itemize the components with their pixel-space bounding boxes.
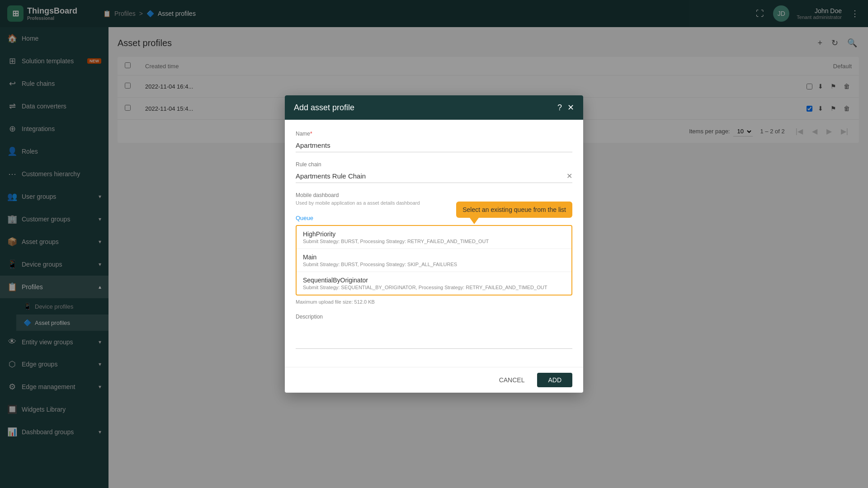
tooltip-arrow: [470, 218, 479, 224]
add-button[interactable]: Add: [537, 373, 572, 387]
tooltip-text: Select an existing queue from the list: [462, 206, 566, 213]
dialog-help-button[interactable]: ?: [557, 103, 562, 113]
rule-chain-field: Rule chain ✕: [296, 161, 572, 183]
name-field: Name*: [296, 131, 572, 152]
queue-field: Queue Select an existing queue from the …: [296, 215, 572, 305]
dialog-body: Name* Rule chain ✕ Mobile dashboard Used…: [285, 120, 583, 367]
description-textarea[interactable]: [296, 322, 572, 349]
add-asset-profile-dialog: Add asset profile ? ✕ Name* Rule chain ✕: [285, 95, 583, 393]
dialog-overlay[interactable]: Add asset profile ? ✕ Name* Rule chain ✕: [0, 0, 868, 488]
queue-item-detail: Submit Strategy: BURST, Processing Strat…: [303, 239, 565, 244]
rule-chain-clear-button[interactable]: ✕: [566, 172, 572, 180]
description-label: Description: [296, 314, 572, 320]
dialog-header-actions: ? ✕: [557, 103, 574, 113]
queue-item-highpriority[interactable]: HighPriority Submit Strategy: BURST, Pro…: [297, 226, 571, 249]
rule-chain-input[interactable]: [296, 169, 566, 183]
queue-item-main[interactable]: Main Submit Strategy: BURST, Processing …: [297, 249, 571, 272]
mobile-dashboard-label: Mobile dashboard: [296, 192, 572, 198]
dialog-close-button[interactable]: ✕: [567, 103, 574, 113]
rule-chain-label: Rule chain: [296, 161, 572, 168]
queue-item-detail: Submit Strategy: BURST, Processing Strat…: [303, 262, 565, 267]
queue-item-name: SequentialByOriginator: [303, 277, 565, 284]
name-input[interactable]: [296, 139, 572, 152]
queue-item-sequential[interactable]: SequentialByOriginator Submit Strategy: …: [297, 272, 571, 295]
queue-dropdown[interactable]: HighPriority Submit Strategy: BURST, Pro…: [296, 225, 572, 296]
queue-item-name: HighPriority: [303, 230, 565, 238]
name-label: Name*: [296, 131, 572, 137]
dialog-footer: Cancel Add: [285, 367, 583, 393]
dialog-header: Add asset profile ? ✕: [285, 95, 583, 120]
queue-item-detail: Submit Strategy: SEQUENTIAL_BY_ORIGINATO…: [303, 285, 565, 290]
tooltip-container: Select an existing queue from the list: [456, 202, 572, 218]
cancel-button[interactable]: Cancel: [492, 373, 532, 387]
rule-chain-input-container: ✕: [296, 169, 572, 183]
tooltip-box: Select an existing queue from the list: [456, 202, 572, 218]
dialog-title: Add asset profile: [294, 103, 354, 113]
queue-item-name: Main: [303, 253, 565, 261]
description-field: Description: [296, 314, 572, 351]
upload-info: Maximum upload file size: 512.0 KB: [296, 299, 572, 305]
